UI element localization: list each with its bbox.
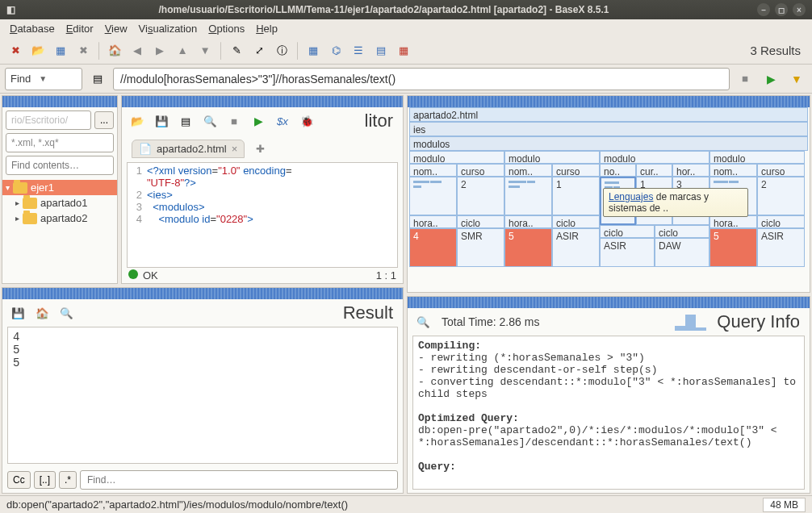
tm-curso[interactable]: curso [457,164,504,177]
search-icon[interactable]: 🔍 [199,111,220,131]
home-result-icon[interactable]: 🏠 [31,302,52,323]
tm-cursoval[interactable]: 1 [552,177,600,215]
view-table-icon[interactable]: ▦ [303,40,324,61]
tm-nomval[interactable] [409,177,457,215]
editor-tab[interactable]: 📄 apartado2.html × [132,140,245,158]
tm-hora[interactable]: hora.. [709,215,757,228]
tm-cicloval[interactable]: DAW [655,238,709,267]
query-info-body[interactable]: Compiling:- rewriting (*:horasSemanales … [412,336,805,490]
menu-view[interactable]: View [100,21,132,36]
tm-cur[interactable]: cur.. [636,164,672,177]
tm-hora[interactable]: hora.. [409,215,457,228]
tm-modulo[interactable]: modulo [600,151,709,164]
tm-cicloval[interactable]: ASIR [552,228,600,267]
tm-curso[interactable]: curso [552,164,600,177]
open-icon[interactable]: 📂 [27,40,48,61]
treemap-body[interactable]: apartado2.html ies modulos modulo nom.. … [409,107,808,290]
tm-cursoval[interactable]: 2 [757,177,805,215]
grid-icon[interactable]: ▦ [50,40,71,61]
expand-icon[interactable]: ⤢ [249,40,270,61]
search-mode-combo[interactable]: Find ▼ [5,68,82,90]
menu-editor[interactable]: Editor [61,21,98,36]
save-icon[interactable]: 💾 [151,111,172,131]
path-input[interactable] [6,111,91,130]
tm-nom[interactable]: nom.. [504,164,552,177]
view-map-icon[interactable]: ▦ [393,40,414,61]
close-button[interactable]: × [793,3,806,16]
pane-grip[interactable] [2,96,117,107]
browse-button[interactable]: ... [94,111,114,129]
minimize-button[interactable]: – [757,3,770,16]
tm-modulos[interactable]: modulos [409,136,808,151]
folder-apartado2[interactable]: ▸ apartado2 [2,211,117,226]
search-icon[interactable]: 🔍 [412,311,433,332]
save-result-icon[interactable]: 💾 [7,302,28,323]
run-icon[interactable]: ▶ [248,111,269,131]
home-icon[interactable]: 🏠 [104,40,125,61]
tm-modulo[interactable]: modulo [709,151,805,164]
menu-database[interactable]: Database [5,21,60,36]
result-body[interactable]: 4 5 5 [7,327,398,464]
tm-modulo[interactable]: modulo [409,151,504,164]
view-tree-icon[interactable]: ⌬ [325,40,346,61]
tm-nom[interactable]: nom.. [409,164,457,177]
filter-icon[interactable]: ▼ [786,69,807,90]
run-icon[interactable]: ▶ [760,69,781,90]
regex-button[interactable]: .* [59,471,77,489]
pane-grip[interactable] [408,96,810,107]
tm-root[interactable]: apartado2.html [409,107,808,122]
menu-help[interactable]: Help [251,21,283,36]
pane-grip[interactable] [2,288,403,299]
case-button[interactable]: Cc [7,471,31,489]
tm-ciclo[interactable]: ciclo [655,225,709,238]
tm-horaval[interactable]: 5 [504,228,552,267]
folder-ejer1[interactable]: ▾ ejer1 [2,180,117,195]
code-editor[interactable]: 1<?xml version="1.0" encoding="UTF-8"?>2… [127,162,398,268]
pane-grip[interactable] [408,297,810,308]
tm-ciclo[interactable]: ciclo [457,215,504,228]
new-db-icon[interactable]: ✖ [5,40,26,61]
add-tab-icon[interactable]: ✚ [249,138,270,159]
tm-ies[interactable]: ies [409,122,808,136]
tm-ciclo[interactable]: ciclo [600,225,655,238]
stop-icon[interactable]: ■ [224,111,245,131]
maximize-button[interactable]: ◻ [775,3,788,16]
tm-no[interactable]: no.. [600,164,636,177]
tm-ciclo[interactable]: ciclo [757,215,805,228]
bracket-button[interactable]: [..] [34,471,56,489]
filter-input[interactable] [6,133,114,152]
tm-hor[interactable]: hor.. [672,164,709,177]
search-result-icon[interactable]: 🔍 [56,302,77,323]
tm-curso[interactable]: curso [757,164,805,177]
tm-nomval[interactable] [504,177,552,215]
menu-visualization[interactable]: Visualization [134,21,203,36]
back-icon[interactable]: ◀ [127,40,148,61]
history-icon[interactable]: ▤ [87,69,108,90]
view-list-icon[interactable]: ☰ [348,40,369,61]
menu-options[interactable]: Options [203,21,249,36]
delete-icon[interactable]: ✖ [73,40,94,61]
var-icon[interactable]: $x [272,111,293,131]
find-input[interactable] [80,470,398,490]
stop-icon[interactable]: ■ [735,69,755,90]
up-icon[interactable]: ▲ [172,40,193,61]
tm-hora[interactable]: hora.. [504,215,552,228]
down-icon[interactable]: ▼ [195,40,216,61]
forward-icon[interactable]: ▶ [149,40,170,61]
tm-horaval[interactable]: 5 [709,228,757,267]
close-tab-icon[interactable]: × [232,143,238,155]
query-input[interactable] [113,68,730,90]
history-icon[interactable]: ▤ [175,111,196,131]
debug-icon[interactable]: 🐞 [296,111,317,131]
info-icon[interactable]: ⓘ [271,40,292,61]
open-file-icon[interactable]: 📂 [127,111,148,131]
tm-cursoval[interactable]: 2 [457,177,504,215]
tm-cicloval[interactable]: ASIR [757,228,805,267]
tm-ciclo[interactable]: ciclo [552,215,600,228]
tm-nom[interactable]: nom.. [709,164,757,177]
view-plot-icon[interactable]: ▤ [370,40,391,61]
find-contents-input[interactable] [6,156,114,175]
tm-modulo[interactable]: modulo [504,151,600,164]
tm-cicloval[interactable]: SMR [457,228,504,267]
tm-horaval[interactable]: 4 [409,228,457,267]
